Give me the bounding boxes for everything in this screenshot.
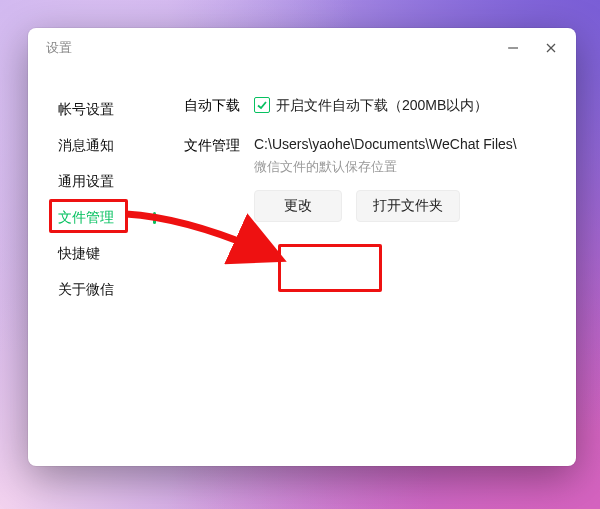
sidebar-item-label: 通用设置 [58,173,114,189]
file-path-text: C:\Users\yaohe\Documents\WeChat Files\ [254,134,554,154]
settings-content: 自动下载 开启文件自动下载（200MB以内） 文件管 [156,94,576,466]
settings-sidebar: 帐号设置消息通知通用设置文件管理快捷键关于微信 [28,94,156,466]
window-title: 设置 [46,39,72,57]
auto-download-row: 自动下载 开启文件自动下载（200MB以内） [184,94,554,116]
change-button[interactable]: 更改 [254,190,342,222]
titlebar: 设置 [28,28,576,68]
close-icon [545,42,557,54]
desktop-background: 设置 帐号设置消息通知通用设置文件管理快捷键关于微信 自动下载 [0,0,600,509]
auto-download-text: 开启文件自动下载（200MB以内） [276,94,488,116]
sidebar-item-label: 快捷键 [58,245,100,261]
file-path-hint: 微信文件的默认保存位置 [254,158,554,176]
sidebar-item-about[interactable]: 关于微信 [58,274,156,304]
sidebar-item-label: 文件管理 [58,209,114,225]
close-button[interactable] [532,33,570,63]
sidebar-item-label: 帐号设置 [58,101,114,117]
sidebar-item-account[interactable]: 帐号设置 [58,94,156,124]
sidebar-item-general[interactable]: 通用设置 [58,166,156,196]
file-manage-label: 文件管理 [184,134,254,156]
open-folder-button[interactable]: 打开文件夹 [356,190,460,222]
sidebar-item-label: 关于微信 [58,281,114,297]
auto-download-checkbox-row[interactable]: 开启文件自动下载（200MB以内） [254,94,554,116]
minimize-icon [507,42,519,54]
sidebar-item-notify[interactable]: 消息通知 [58,130,156,160]
settings-window: 设置 帐号设置消息通知通用设置文件管理快捷键关于微信 自动下载 [28,28,576,466]
auto-download-label: 自动下载 [184,94,254,116]
sidebar-item-label: 消息通知 [58,137,114,153]
file-manage-row: 文件管理 C:\Users\yaohe\Documents\WeChat Fil… [184,134,554,222]
minimize-button[interactable] [494,33,532,63]
checkbox-icon [254,97,270,113]
sidebar-item-shortcut[interactable]: 快捷键 [58,238,156,268]
active-indicator [153,212,156,224]
sidebar-item-files[interactable]: 文件管理 [58,202,156,232]
